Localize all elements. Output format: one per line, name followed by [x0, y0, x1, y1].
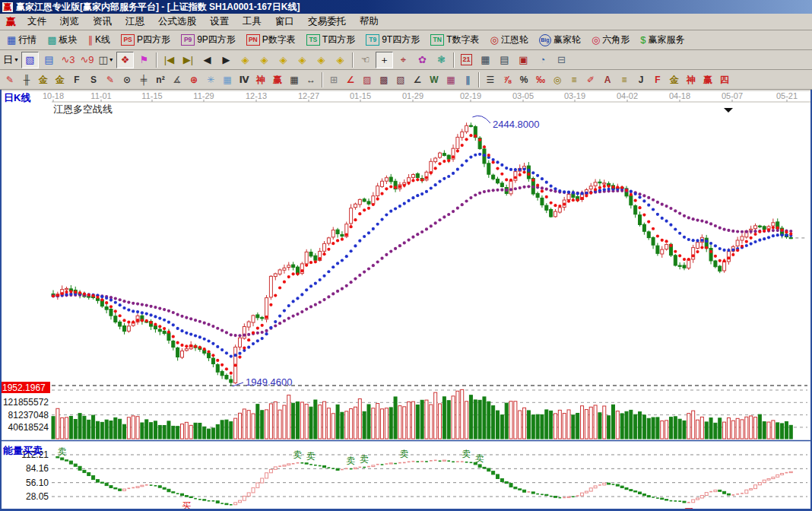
period-day-dropdown[interactable]: 日▼ [2, 52, 20, 68]
width-arrow-tool[interactable]: ↔ [303, 71, 319, 87]
dark-square-tool[interactable]: ▩ [376, 71, 392, 87]
indicator-window-icon[interactable]: ▧ [21, 52, 39, 68]
calendar-21-icon[interactable]: 21 [458, 52, 475, 68]
flower-icon[interactable]: ✿ [414, 52, 431, 68]
prev-bar-icon[interactable]: ◀ [198, 52, 216, 68]
zoom-hin-icon[interactable]: ◈ [293, 52, 311, 68]
ying-angle-tool[interactable]: 赢 [699, 71, 716, 87]
menu-item-4[interactable]: 公式选股 [151, 14, 203, 30]
menu-item-3[interactable]: 江恩 [119, 14, 151, 30]
bars-box-tool[interactable]: ☰ [482, 71, 499, 87]
t-number-table-button[interactable]: TNT数字表 [426, 32, 484, 48]
next-bar-icon[interactable]: ▶ [217, 52, 235, 68]
last-bar-icon[interactable]: ▶| [179, 52, 197, 68]
ruler-grid-tool[interactable]: ╪ [135, 71, 152, 87]
gold-grid1-tool[interactable]: 金 [35, 71, 52, 87]
zoom-all-icon[interactable]: ◈ [312, 52, 330, 68]
candle-style-dropdown[interactable]: ◫▼ [97, 52, 115, 68]
hexagon-button[interactable]: ◎六角形 [587, 32, 634, 48]
menu-item-1[interactable]: 浏览 [53, 14, 86, 30]
gold-circle-tool[interactable]: ◎ [549, 71, 566, 87]
notes-icon[interactable]: ▤ [496, 52, 513, 68]
zoom-right-icon[interactable]: ◈ [255, 52, 273, 68]
angle-ruler-tool[interactable]: ∡ [169, 71, 186, 87]
ninep-square-button[interactable]: P99P四方形 [176, 32, 240, 48]
brush2-tool[interactable]: ✎ [102, 71, 119, 87]
ying-tool[interactable]: 赢 [269, 71, 286, 87]
first-bar-icon[interactable]: |◀ [160, 52, 178, 68]
toolbar-separator [352, 52, 354, 68]
grid-123-tool[interactable]: ▦ [286, 71, 303, 87]
ninet-square-button[interactable]: T99T四方形 [361, 32, 424, 48]
percent-tool[interactable]: % [515, 71, 532, 87]
flower-icon-glyph: ✿ [418, 55, 427, 65]
save-icon[interactable]: ▣ [515, 52, 532, 68]
percent-line-tool[interactable]: ‰ [532, 71, 549, 87]
corner-grid-tool[interactable]: ⊞ [325, 71, 342, 87]
p-number-table-button[interactable]: PNP数字表 [242, 32, 300, 48]
wave9-icon[interactable]: ∿9 [78, 52, 96, 68]
calculator-icon[interactable]: ▦ [477, 52, 494, 68]
print-icon[interactable]: ⊟ [553, 52, 570, 68]
wave3-icon[interactable]: ∿3 [59, 52, 77, 68]
gold-lines-tool[interactable]: ≡ [566, 71, 582, 87]
circle-cross-tool[interactable]: ⊕ [186, 71, 202, 87]
compass-tool[interactable]: ⊙ [119, 71, 135, 87]
menu-item-8[interactable]: 交易委托 [301, 14, 353, 30]
pointer-a-icon[interactable]: ⌖ [395, 52, 412, 68]
sectors-button[interactable]: ▩板块 [43, 32, 81, 48]
zoom-left-icon[interactable]: ◈ [236, 52, 254, 68]
main-chart-svg[interactable]: 10-1811-0111-1511-2912-1312-2701-1501-29… [0, 90, 812, 511]
menu-item-2[interactable]: 资讯 [86, 14, 119, 30]
shen-tool[interactable]: 神 [252, 71, 269, 87]
zoom-fit-icon[interactable]: ◈ [331, 52, 349, 68]
j-angle-tool[interactable]: J [633, 71, 649, 87]
world-clock-icon[interactable]: ◔ [534, 52, 551, 68]
f-grid-tool[interactable]: F [68, 71, 85, 87]
s-grid-tool[interactable]: S [85, 71, 102, 87]
n2-tool[interactable]: n² [152, 71, 169, 87]
hatch-square-tool[interactable]: ▧ [392, 71, 409, 87]
web-grid-tool[interactable]: ▦ [219, 71, 236, 87]
leaf-icon[interactable]: ❃ [433, 52, 450, 68]
wave4-tool[interactable]: Ⅳ [236, 71, 252, 87]
shen-angle-tool[interactable]: 神 [683, 71, 699, 87]
si-angle-tool[interactable]: 四 [716, 71, 733, 87]
t-square-button[interactable]: TST四方形 [302, 32, 360, 48]
winner-service-button[interactable]: $赢家服务 [636, 32, 689, 48]
grid-d-tool[interactable]: ▦ [442, 71, 459, 87]
winner-wheel-button[interactable]: Big赢家轮 [534, 32, 585, 48]
brush-flag-tool[interactable]: ✐ [582, 71, 599, 87]
quotes-button[interactable]: ▦行情 [2, 32, 41, 48]
p-square-button[interactable]: PSP四方形 [116, 32, 175, 48]
info-panel-icon[interactable]: ▤ [40, 52, 58, 68]
menu-item-9[interactable]: 帮助 [353, 14, 385, 30]
menu-item-6[interactable]: 工具 [236, 14, 268, 30]
menu-item-0[interactable]: 文件 [21, 14, 53, 30]
gann-grid-tool[interactable]: ╫ [18, 71, 35, 87]
brush-tool[interactable]: ✎ [2, 71, 18, 87]
color-flag-icon[interactable]: ⚑ [135, 52, 153, 68]
ray-fan2-tool[interactable]: ∠ [409, 71, 426, 87]
parallel-tool[interactable]: ∥ [459, 71, 476, 87]
title-bar[interactable]: 赢 赢家江恩专业版[赢家内部服务平台] - [上证指数 SH1A0001-167… [0, 0, 812, 14]
star-grid-tool[interactable]: ✳ [202, 71, 219, 87]
ray-fan-tool[interactable]: ∠ [342, 71, 359, 87]
shaded-square-tool[interactable]: ▨ [359, 71, 376, 87]
zoom-hout-icon[interactable]: ◈ [274, 52, 292, 68]
world-clock-icon-glyph: ◔ [540, 55, 546, 65]
zigzag-tool[interactable]: W [426, 71, 442, 87]
hand-tool-icon[interactable]: ☜ [357, 52, 374, 68]
f-angle-tool[interactable]: F [649, 71, 666, 87]
gold-angle-tool[interactable]: 金 [666, 71, 683, 87]
menu-item-7[interactable]: 窗口 [268, 14, 301, 30]
chips-icon[interactable]: ❖ [116, 52, 134, 68]
kline-button[interactable]: ∥K线 [84, 32, 116, 48]
gann-wheel-button[interactable]: ◎江恩轮 [486, 32, 533, 48]
percent-t-tool[interactable]: ⅞ [499, 71, 515, 87]
gold-grid2-tool[interactable]: 金 [52, 71, 68, 87]
wave-a-tool[interactable]: A [599, 71, 616, 87]
gold-lines2-tool[interactable]: ≡ [616, 71, 633, 87]
menu-item-5[interactable]: 设置 [203, 14, 236, 30]
crosshair-tool-icon[interactable]: ＋ [376, 52, 393, 68]
